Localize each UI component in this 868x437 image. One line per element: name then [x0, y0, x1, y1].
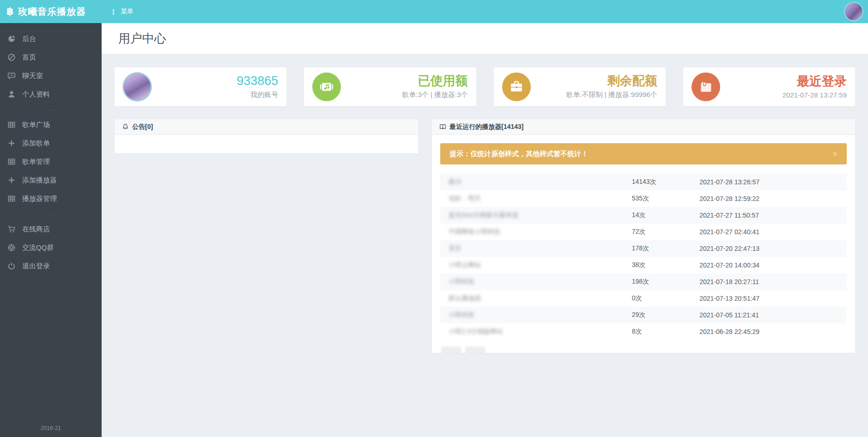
user-avatar[interactable] [845, 3, 862, 20]
player-name: 小琪科技 [449, 311, 631, 319]
sidebar-item-chatroom[interactable]: 聊天室 [0, 67, 102, 85]
player-row[interactable]: 默认播放器 0次 2021-07-13 20:51:47 [440, 290, 847, 307]
plus-icon [7, 176, 16, 184]
book-icon [439, 123, 446, 130]
play-count: 14次 [632, 211, 700, 219]
last-login-title: 最近登录 [720, 75, 847, 89]
player-name: 默认播放器 [449, 294, 631, 303]
pagination-stub[interactable] [440, 346, 847, 353]
player-row[interactable]: 小琪科技 29次 2021-07-05 11:21:41 [440, 307, 847, 323]
sidebar-item-add-player[interactable]: 添加播放器 [0, 171, 102, 189]
player-name: 小琪2.0分销版网站 [449, 328, 631, 336]
sidebar-divider: --- [0, 103, 102, 115]
play-count: 72次 [632, 228, 700, 236]
sidebar-item-backend[interactable]: 后台 [0, 30, 102, 48]
last-run-time: 2021-07-13 20:51:47 [699, 295, 847, 302]
baht-logo-icon: ฿ [6, 6, 13, 18]
last-run-time: 2021-07-05 11:21:41 [699, 311, 847, 319]
top-header: ฿ 玫曦音乐播放器 ⋮ 菜单 [0, 0, 868, 23]
player-row[interactable]: 曲示 14143次 2021-07-28 13:26:57 [440, 174, 847, 190]
content-area: 933865 我的账号 已使用额 歌单:3个 | 播放器:3个 [102, 55, 868, 353]
player-row[interactable]: 小琪科技 198次 2021-07-18 20:27:11 [440, 273, 847, 290]
globe-icon [7, 243, 16, 252]
account-number: 933865 [152, 74, 278, 88]
player-row[interactable]: 小琪2.0分销版网站 8次 2021-06-28 22:45:29 [440, 323, 847, 340]
sidebar-item-player-manage[interactable]: 播放器管理 [0, 189, 102, 208]
tip-banner-text: 提示：仅统计原创样式，其他样式暂不统计！ [449, 150, 832, 158]
grid-icon [7, 158, 16, 166]
remaining-quota-title: 剩余配额 [531, 74, 657, 88]
used-quota-detail: 歌单:3个 | 播放器:3个 [341, 91, 467, 99]
last-run-time: 2021-07-20 14:00:34 [699, 261, 847, 269]
grid-icon [7, 194, 16, 203]
players-panel-body: 提示：仅统计原创样式，其他样式暂不统计！ × 曲示 14143次 2021-07… [432, 135, 855, 353]
player-row[interactable]: 百言 178次 2021-07-20 22:47:13 [440, 240, 847, 257]
stat-card-used-quota: 已使用额 歌单:3个 | 播放器:3个 [304, 67, 476, 106]
notice-panel: 公告[0] [115, 119, 418, 153]
play-count: 535次 [632, 194, 700, 203]
power-icon [7, 262, 16, 270]
players-table: 曲示 14143次 2021-07-28 13:26:57 你好，明天 535次… [440, 174, 847, 340]
sidebar-item-online-store[interactable]: 在线商店 [0, 220, 102, 238]
player-row[interactable]: 蓝光Gxz分销显示瀑布流 14次 2021-07-27 11:50:57 [440, 207, 847, 224]
grid-icon [7, 121, 16, 129]
account-avatar [123, 73, 152, 101]
player-row[interactable]: 中国网络小琪科技 72次 2021-07-27 02:40:41 [440, 224, 847, 240]
compass-icon [7, 53, 16, 61]
last-login-time: 2021-07-28 13:27:59 [720, 91, 847, 99]
pie-icon [7, 35, 16, 43]
play-count: 29次 [632, 311, 700, 319]
menu-label: 菜单 [121, 7, 134, 16]
play-count: 8次 [632, 328, 700, 336]
banner-close-button[interactable]: × [832, 150, 838, 158]
account-label: 我的账号 [152, 91, 278, 99]
sidebar-footer-years: 2016-21 [0, 425, 102, 431]
last-run-time: 2021-07-20 22:47:13 [699, 245, 847, 252]
notice-panel-header: 公告[0] [115, 119, 418, 135]
menu-toggle-button[interactable]: ⋮ 菜单 [110, 7, 134, 16]
bell-icon [122, 123, 129, 130]
players-panel-header: 最近运行的播放器[14143] [432, 119, 855, 135]
sidebar-item-playlist-manage[interactable]: 歌单管理 [0, 152, 102, 171]
panels-row: 公告[0] 最近运行的播放器[14143] 提示：仅统计原创样式，其他样式暂不统… [115, 119, 855, 353]
last-run-time: 2021-07-27 11:50:57 [699, 212, 847, 219]
music-icon [312, 73, 341, 101]
player-name: 中国网络小琪科技 [449, 228, 631, 236]
sidebar-item-logout[interactable]: 退出登录 [0, 257, 102, 275]
plus-icon [7, 139, 16, 147]
stat-card-last-login: 最近登录 2021-07-28 13:27:59 [683, 67, 855, 106]
last-run-time: 2021-07-18 20:27:11 [699, 278, 847, 285]
chat-icon [7, 72, 16, 80]
notice-panel-title: 公告[0] [132, 123, 153, 131]
player-name: 你好，明天 [449, 194, 631, 203]
menu-dots-icon: ⋮ [110, 8, 117, 15]
play-count: 198次 [632, 278, 700, 286]
players-panel: 最近运行的播放器[14143] 提示：仅统计原创样式，其他样式暂不统计！ × 曲… [432, 119, 855, 353]
sidebar-nav: 后台 首页 聊天室 个人资料 --- 歌单广场 添加歌单 歌单管理 [0, 23, 102, 275]
remaining-quota-detail: 歌单:不限制 | 播放器:99996个 [531, 91, 657, 99]
sidebar-item-qq-group[interactable]: 交流QQ群 [0, 238, 102, 257]
sidebar-item-playlist-plaza[interactable]: 歌单广场 [0, 115, 102, 134]
app-window: ฿ 玫曦音乐播放器 ⋮ 菜单 后台 首页 聊天室 个人资料 --- [0, 0, 868, 437]
sidebar-item-home[interactable]: 首页 [0, 48, 102, 67]
cart-icon [7, 225, 16, 233]
brand: ฿ 玫曦音乐播放器 [0, 6, 102, 18]
player-name: 小琪科技 [449, 278, 631, 286]
user-icon [7, 90, 16, 98]
player-row[interactable]: 你好，明天 535次 2021-07-28 12:59:22 [440, 190, 847, 207]
play-count: 178次 [632, 244, 700, 253]
sidebar-divider: --- [0, 208, 102, 220]
player-name: 曲示 [449, 178, 631, 186]
page-title: 用户中心 [118, 30, 166, 47]
player-row[interactable]: 小琪云网站 38次 2021-07-20 14:00:34 [440, 257, 847, 273]
wallet-icon [692, 73, 720, 101]
play-count: 0次 [632, 294, 700, 303]
last-run-time: 2021-07-27 02:40:41 [699, 228, 847, 236]
player-name: 蓝光Gxz分销显示瀑布流 [449, 211, 631, 219]
stat-card-remaining-quota: 剩余配额 歌单:不限制 | 播放器:99996个 [494, 67, 666, 106]
stat-card-account: 933865 我的账号 [115, 67, 286, 106]
sidebar-item-profile[interactable]: 个人资料 [0, 85, 102, 103]
briefcase-icon [502, 73, 531, 101]
sidebar-item-add-playlist[interactable]: 添加歌单 [0, 134, 102, 152]
sidebar: 后台 首页 聊天室 个人资料 --- 歌单广场 添加歌单 歌单管理 [0, 23, 102, 437]
